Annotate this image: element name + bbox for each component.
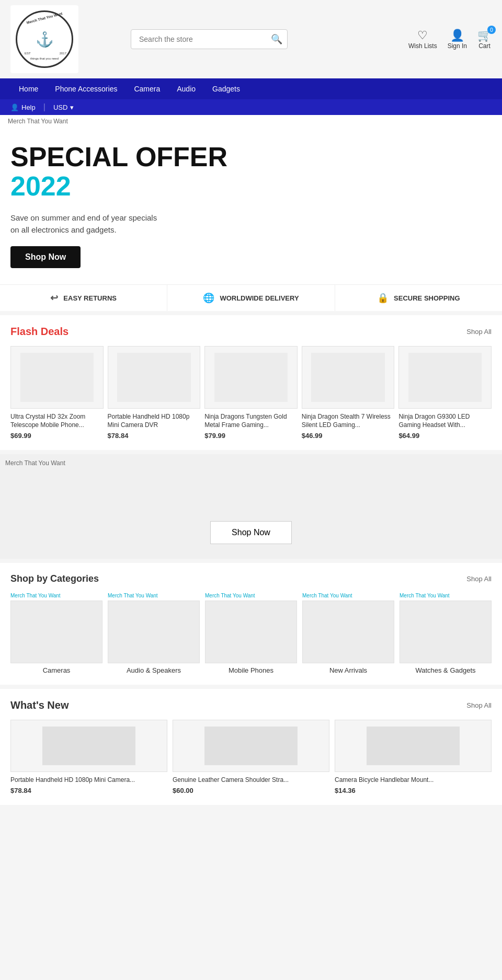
cart-link[interactable]: 🛒 0 Cart [477,29,492,50]
product-image-2 [204,346,298,409]
mid-banner-label: Merch That You Want [5,459,65,467]
flash-deal-product-3[interactable]: Ninja Dragon Stealth 7 Wireless Silent L… [302,346,395,440]
product-price-4: $64.99 [398,432,492,440]
new-product-name-1: Genuine Leather Camera Shoulder Stra... [173,776,329,785]
nav-home[interactable]: Home [10,78,47,99]
nav-audio[interactable]: Audio [168,78,204,99]
search-bar: 🔍 [131,29,288,49]
product-image-4 [398,346,492,409]
features-bar: ↩ EASY RETURNS 🌐 WORLDWIDE DELIVERY 🔒 SE… [0,284,502,311]
mid-banner: Merch That You Want Shop Now [0,454,502,559]
logo-text-top: Merch That You Want [26,11,63,25]
product-name-3: Ninja Dragon Stealth 7 Wireless Silent L… [302,413,395,429]
whats-new-product-row: Portable Handheld HD 1080p Mini Camera..… [10,720,492,794]
flash-deal-product-0[interactable]: Ultra Crystal HD 32x Zoom Telescope Mobi… [10,346,104,440]
product-price-3: $46.99 [302,432,395,440]
mid-banner-shop-now-button[interactable]: Shop Now [210,521,292,544]
hero-shop-now-button[interactable]: Shop Now [10,246,81,268]
categories-section: Shop by Categories Shop All Merch That Y… [0,563,502,685]
currency-selector[interactable]: USD ▾ [53,103,74,111]
category-watches[interactable]: Merch That You Want Watches & Gadgets [400,593,492,674]
mid-banner-inner: Merch That You Want Shop Now [0,454,502,559]
hero-title: SPECIAL OFFER [10,143,492,170]
product-name-4: Ninja Dragon G9300 LED Gaming Headset Wi… [398,413,492,429]
categories-shop-all[interactable]: Shop All [466,575,492,583]
category-audio[interactable]: Merch That You Want Audio & Speakers [108,593,200,674]
whats-new-shop-all[interactable]: Shop All [466,701,492,709]
category-watches-top-label: Merch That You Want [400,593,450,598]
product-image-0 [10,346,104,409]
flash-deals-product-row: Ultra Crystal HD 32x Zoom Telescope Mobi… [10,346,492,440]
sign-in-link[interactable]: 👤 Sign In [448,29,467,50]
heart-icon: ♡ [417,29,428,42]
logo[interactable]: Merch That You Want ⚓ EST 2017 things th… [10,5,78,73]
flash-deal-product-2[interactable]: Ninja Dragons Tungsten Gold Metal Frame … [204,346,298,440]
product-name-1: Portable Handheld HD 1080p Mini Camera D… [108,413,201,429]
new-product-price-0: $78.84 [10,787,167,794]
logo-est: EST [25,52,31,55]
flash-deal-product-4[interactable]: Ninja Dragon G9300 LED Gaming Headset Wi… [398,346,492,440]
whats-new-title: What's New [10,699,69,711]
breadcrumb: Merch That You Want [0,115,502,128]
hero-desc-line2: on all electronics and gadgets. [10,225,117,234]
new-product-1[interactable]: Genuine Leather Camera Shoulder Stra... … [173,720,329,794]
category-cameras-top-label: Merch That You Want [10,593,61,598]
category-arrivals-name: New Arrivals [329,666,367,674]
help-label: Help [21,103,36,111]
feature-easy-returns: ↩ EASY RETURNS [0,285,167,311]
user-small-icon: 👤 [10,103,19,111]
bottom-spacer [0,805,502,909]
sub-nav-divider: | [43,102,45,112]
flash-deals-section: Flash Deals Shop All Ultra Crystal HD 32… [0,315,502,450]
feature-delivery-label: WORLDWIDE DELIVERY [220,294,299,302]
wish-lists-link[interactable]: ♡ Wish Lists [408,29,437,50]
category-mobile-top-label: Merch That You Want [205,593,255,598]
sub-nav: 👤 Help | USD ▾ [0,99,502,115]
delivery-icon: 🌐 [203,292,214,304]
nav-camera[interactable]: Camera [126,78,168,99]
category-arrivals[interactable]: Merch That You Want New Arrivals [302,593,394,674]
wish-lists-label: Wish Lists [408,42,437,50]
feature-secure-shopping: 🔒 SECURE SHOPPING [335,285,502,311]
hero-year: 2022 [10,170,492,202]
new-product-2[interactable]: Camera Bicycle Handlebar Mount... $14.36 [335,720,492,794]
category-mobile-name: Mobile Phones [229,666,273,674]
logo-year: 2017 [60,52,66,55]
categories-title: Shop by Categories [10,573,99,584]
search-input[interactable] [131,29,288,49]
nav-phone-accessories[interactable]: Phone Accessories [47,78,126,99]
whats-new-section: What's New Shop All Portable Handheld HD… [0,689,502,805]
search-button[interactable]: 🔍 [271,33,282,45]
new-product-image-0 [10,720,167,772]
product-price-1: $78.84 [108,432,201,440]
cart-badge: 0 [487,26,496,34]
cart-label: Cart [478,42,490,50]
new-product-0[interactable]: Portable Handheld HD 1080p Mini Camera..… [10,720,167,794]
hero-banner: SPECIAL OFFER 2022 Save on summer and en… [0,128,502,284]
category-audio-top-label: Merch That You Want [108,593,158,598]
sign-in-label: Sign In [448,42,467,50]
new-product-image-2 [335,720,492,772]
product-price-0: $69.99 [10,432,104,440]
nav-bar: Home Phone Accessories Camera Audio Gadg… [0,78,502,99]
category-watches-name: Watches & Gadgets [415,666,475,674]
chevron-down-icon: ▾ [70,103,74,111]
nav-gadgets[interactable]: Gadgets [204,78,248,99]
logo-text-bottom: things that you need [30,57,59,60]
flash-deal-product-1[interactable]: Portable Handheld HD 1080p Mini Camera D… [108,346,201,440]
new-product-name-0: Portable Handheld HD 1080p Mini Camera..… [10,776,167,785]
new-product-image-1 [173,720,329,772]
new-product-name-2: Camera Bicycle Handlebar Mount... [335,776,492,785]
flash-deals-header: Flash Deals Shop All [10,326,492,338]
currency-label: USD [53,103,67,111]
product-price-2: $79.99 [204,432,298,440]
flash-deals-shop-all[interactable]: Shop All [466,328,492,336]
returns-icon: ↩ [50,292,58,304]
category-mobile[interactable]: Merch That You Want Mobile Phones [205,593,297,674]
product-image-1 [108,346,201,409]
categories-header: Shop by Categories Shop All [10,573,492,584]
help-link[interactable]: 👤 Help [10,103,36,111]
category-cameras-name: Cameras [43,666,71,674]
new-product-price-2: $14.36 [335,787,492,794]
category-cameras[interactable]: Merch That You Want Cameras [10,593,102,674]
